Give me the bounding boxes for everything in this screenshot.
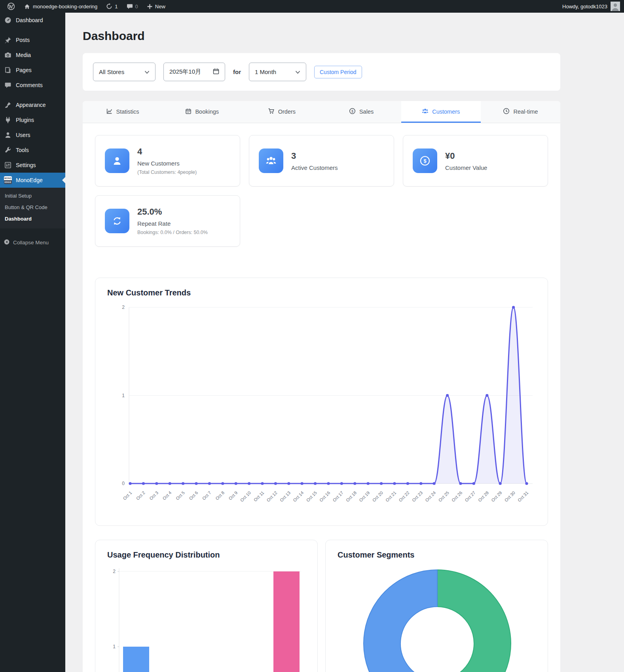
chart-title: New Customer Trends: [107, 288, 536, 297]
svg-text:Oct 23: Oct 23: [411, 490, 423, 503]
sidebar-item-posts[interactable]: Posts: [0, 32, 65, 48]
sidebar-item-comments[interactable]: Comments: [0, 78, 65, 93]
sidebar-item-plugins[interactable]: Plugins: [0, 112, 65, 128]
customer-segments-panel: Customer Segments: [325, 540, 548, 672]
sidebar-item-users[interactable]: Users: [0, 128, 65, 143]
sidebar-item-media[interactable]: Media: [0, 48, 65, 63]
cart-icon: [268, 108, 275, 116]
stat-value: 25.0%: [137, 207, 208, 217]
tab-real-time[interactable]: Real-time: [481, 101, 560, 123]
new-customer-trends-panel: New Customer Trends 210Oct 1Oct 2Oct 3Oc…: [95, 278, 548, 526]
sidebar-item-label: Plugins: [16, 117, 34, 123]
tab-customers[interactable]: Customers: [401, 101, 481, 123]
tab-statistics[interactable]: Statistics: [83, 101, 162, 123]
sidebar-item-tools[interactable]: Tools: [0, 143, 65, 158]
monoedge-logo-bottom: EDGE: [4, 180, 12, 184]
svg-text:Oct 22: Oct 22: [398, 490, 410, 503]
tab-orders[interactable]: Orders: [242, 101, 321, 123]
tab-bar: Statistics Bookings Orders $ Sales Custo…: [83, 101, 560, 123]
pushpin-icon: [4, 36, 12, 44]
svg-text:Oct 30: Oct 30: [504, 490, 516, 503]
submenu-item-dashboard[interactable]: Dashboard: [0, 213, 65, 225]
submenu-item-initial-setup[interactable]: Initial Setup: [0, 190, 65, 202]
pages-icon: [4, 66, 12, 74]
tab-label: Customers: [432, 109, 460, 115]
svg-text:Oct 8: Oct 8: [214, 490, 225, 501]
usage-frequency-chart: 21: [107, 563, 306, 672]
stat-card-active-customers: 3 Active Customers: [249, 135, 394, 187]
admin-bar-left: monoedge-booking-ordering 1 0 New: [0, 0, 169, 13]
updates-indicator[interactable]: 1: [103, 0, 121, 13]
sidebar-item-label: Tools: [16, 147, 29, 153]
camera-icon: [4, 51, 12, 59]
svg-text:Oct 10: Oct 10: [239, 490, 252, 503]
sidebar-item-label: MonoEdge: [16, 177, 43, 183]
sidebar-item-label: Settings: [16, 162, 36, 168]
submenu-item-button-qr-code[interactable]: Button & QR Code: [0, 202, 65, 213]
page-title: Dashboard: [83, 29, 560, 43]
collapse-menu-button[interactable]: Collapse Menu: [0, 236, 65, 249]
stat-value: 3: [291, 151, 338, 161]
sidebar-item-settings[interactable]: Settings: [0, 158, 65, 173]
store-select[interactable]: All Stores: [93, 63, 156, 81]
menu-separator: [0, 93, 65, 97]
sidebar-item-appearance[interactable]: Appearance: [0, 97, 65, 112]
customer-segments-chart: [338, 563, 537, 672]
sidebar-item-label: Media: [16, 52, 31, 58]
new-content-button[interactable]: New: [144, 0, 169, 13]
main-content: Dashboard All Stores 2025年10月 for 1 Mont…: [65, 13, 624, 672]
svg-text:Oct 27: Oct 27: [464, 490, 476, 503]
admin-bar: monoedge-booking-ordering 1 0 New Howdy,…: [0, 0, 624, 13]
site-link[interactable]: monoedge-booking-ordering: [21, 0, 101, 13]
svg-text:Oct 9: Oct 9: [228, 490, 239, 501]
calendar-icon: [213, 68, 219, 76]
user-icon: [4, 131, 12, 139]
stat-sub: Bookings: 0.0% / Orders: 50.0%: [137, 230, 208, 235]
svg-text:1: 1: [113, 644, 116, 649]
howdy-text: Howdy, gotodk1023: [562, 4, 607, 10]
stats-grid: 4 New Customers (Total Customers: 4peopl…: [83, 123, 560, 247]
sidebar-item-monoedge[interactable]: MONOEDGE MonoEdge: [0, 173, 65, 188]
dollar-circle-icon: $: [349, 108, 356, 116]
tab-sales[interactable]: $ Sales: [322, 101, 401, 123]
tab-label: Statistics: [116, 109, 139, 115]
svg-text:Oct 19: Oct 19: [358, 490, 370, 503]
new-customer-trends-chart: 210Oct 1Oct 2Oct 3Oct 4Oct 5Oct 6Oct 7Oc…: [107, 301, 537, 515]
sidebar-item-dashboard[interactable]: Dashboard: [0, 13, 65, 28]
svg-text:0: 0: [122, 481, 125, 486]
svg-text:2: 2: [122, 305, 125, 310]
tab-label: Bookings: [195, 109, 219, 115]
chevron-down-icon: [295, 69, 300, 75]
svg-text:Oct 18: Oct 18: [345, 490, 357, 503]
svg-text:$: $: [351, 109, 353, 113]
month-picker[interactable]: 2025年10月: [163, 63, 225, 81]
new-label: New: [155, 4, 165, 10]
filter-bar: All Stores 2025年10月 for 1 Month Custom P…: [83, 53, 560, 91]
svg-text:Oct 14: Oct 14: [292, 490, 304, 503]
svg-text:Oct 28: Oct 28: [477, 490, 489, 503]
admin-bar-account[interactable]: Howdy, gotodk1023: [562, 2, 624, 11]
period-select-value: 1 Month: [255, 69, 290, 75]
wordpress-logo-icon[interactable]: [4, 0, 18, 13]
period-select[interactable]: 1 Month: [249, 63, 306, 81]
menu-separator: [0, 28, 65, 32]
svg-text:Oct 11: Oct 11: [253, 490, 265, 503]
comment-bubble-icon: [4, 81, 12, 89]
update-icon: [106, 3, 112, 10]
usage-frequency-panel: Usage Frequency Distribution 21: [95, 540, 318, 672]
custom-period-button[interactable]: Custom Period: [314, 66, 362, 78]
sidebar-item-label: Pages: [16, 67, 32, 73]
comments-indicator[interactable]: 0: [123, 0, 141, 13]
svg-text:Oct 17: Oct 17: [332, 490, 344, 503]
stat-label: Customer Value: [445, 164, 487, 171]
sidebar-item-pages[interactable]: Pages: [0, 63, 65, 78]
svg-text:Oct 21: Oct 21: [385, 490, 397, 503]
svg-text:Oct 3: Oct 3: [148, 490, 159, 501]
sidebar: Dashboard Posts Media Pages Comments App…: [0, 13, 65, 672]
stat-card-new-customers: 4 New Customers (Total Customers: 4peopl…: [95, 135, 240, 187]
tab-bookings[interactable]: Bookings: [162, 101, 242, 123]
plus-icon: [147, 4, 153, 10]
sidebar-item-label: Comments: [16, 82, 43, 88]
month-picker-value: 2025年10月: [169, 68, 208, 76]
for-label: for: [233, 69, 241, 75]
